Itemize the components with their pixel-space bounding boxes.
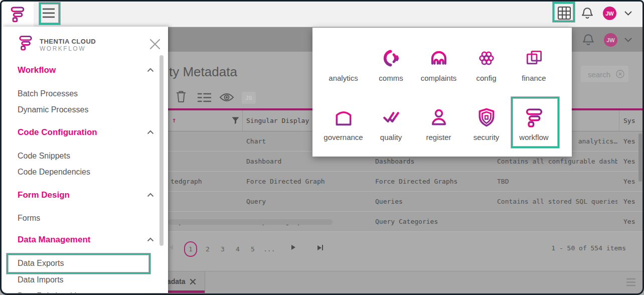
app-tile-workflow[interactable]: workflow xyxy=(510,106,558,141)
page-number[interactable]: 4 xyxy=(233,242,242,256)
section-label: Data Management xyxy=(18,235,90,244)
js-badge-label: JS xyxy=(245,95,252,101)
app-label: governance xyxy=(324,133,363,141)
app-label: finance xyxy=(522,74,546,82)
column-header-sys[interactable]: Sys xyxy=(619,117,635,131)
filter-icon[interactable] xyxy=(232,117,239,124)
app-tile-finance[interactable]: finance xyxy=(510,47,558,82)
notifications-bell-icon[interactable] xyxy=(581,6,594,21)
page-number-current[interactable]: 1 xyxy=(184,241,197,257)
menu-item-code-snippets[interactable]: Code Snippets xyxy=(18,150,168,162)
app-label: register xyxy=(426,133,451,141)
app-tile-register[interactable]: register xyxy=(415,106,462,141)
cell-description: Contains all stored SQL queries … xyxy=(497,198,617,205)
user-avatar[interactable]: JW xyxy=(603,7,616,20)
brand-product: WORKFLOW xyxy=(40,45,86,52)
section-label: Code Configuration xyxy=(18,127,97,137)
previous-page-icon[interactable] xyxy=(170,245,173,250)
bell-icon[interactable] xyxy=(582,33,595,48)
account-chevron-down-icon[interactable] xyxy=(624,11,632,16)
chevron-up-icon xyxy=(147,237,154,242)
register-icon xyxy=(427,106,450,129)
tab-list-menu-icon[interactable] xyxy=(626,278,636,286)
column-header-singular-display[interactable]: Singular Display xyxy=(246,117,309,124)
section-label: Workflow xyxy=(18,65,56,75)
cell-plural: Query Categories xyxy=(375,218,491,225)
cell-sys: Yes xyxy=(623,218,635,225)
cell-singular: Dashboard xyxy=(246,158,369,165)
table-row[interactable]: tedgraph Force Directed Graph Force Dire… xyxy=(168,172,644,192)
sort-ascending-icon[interactable]: ↑ xyxy=(172,116,176,124)
menu-item-batch-processes[interactable]: Batch Processes xyxy=(18,88,168,100)
avatar-initials: JW xyxy=(606,37,615,43)
cell-plural: Force Directed Graphs xyxy=(375,178,491,185)
menu-item-data-relationships[interactable]: Data Relationships xyxy=(18,290,168,293)
last-page-icon[interactable] xyxy=(317,245,323,250)
clear-search-icon[interactable] xyxy=(616,70,624,78)
next-page-icon[interactable] xyxy=(291,245,295,250)
cell-description: Contains all configurable dashbo… xyxy=(497,158,617,165)
page-number[interactable]: 2 xyxy=(203,242,212,256)
cell-description: TBD xyxy=(497,178,617,185)
menu-item-data-exports[interactable]: Data Exports xyxy=(18,257,168,269)
app-tile-complaints[interactable]: complaints xyxy=(415,47,462,82)
app-launcher-grid-icon[interactable] xyxy=(557,6,571,20)
search-box xyxy=(581,66,628,82)
cell-name: tedgraph xyxy=(171,178,241,185)
cell-sys: Yes xyxy=(623,137,635,145)
security-icon xyxy=(475,106,498,129)
app-label: comms xyxy=(379,74,403,82)
cell-sys: Yes xyxy=(623,198,635,205)
workflow-icon xyxy=(523,106,546,129)
column-header-name[interactable]: ↑ xyxy=(168,110,243,131)
navigation-drawer: THENTIA CLOUD WORKFLOW Workflow Batch Pr… xyxy=(2,27,168,293)
menu-item-code-dependencies[interactable]: Code Dependencies xyxy=(18,166,168,178)
page-number[interactable]: 3 xyxy=(218,242,227,256)
hamburger-menu-icon[interactable] xyxy=(42,8,55,19)
app-window: JW ty Metadata xyxy=(0,0,644,295)
section-workflow[interactable]: Workflow xyxy=(18,64,168,77)
cell-sys: Yes xyxy=(623,158,635,165)
page-number[interactable]: 5 xyxy=(248,242,257,256)
tab-close-icon[interactable] xyxy=(190,278,196,285)
comms-icon xyxy=(380,47,403,70)
section-form-design[interactable]: Form Design xyxy=(18,189,168,202)
finance-icon xyxy=(523,47,546,70)
brand-logo xyxy=(17,33,35,52)
page-ellipsis[interactable]: ... xyxy=(263,242,275,256)
menu-item-data-imports[interactable]: Data Imports xyxy=(18,274,168,286)
brand-name: THENTIA CLOUD xyxy=(40,38,96,45)
app-label: analytics xyxy=(329,74,358,82)
app-tile-governance[interactable]: governance xyxy=(319,106,367,141)
column-settings-icon[interactable] xyxy=(197,92,212,103)
delete-icon[interactable] xyxy=(175,90,187,103)
app-launcher-popup: analytics comms complaints config financ… xyxy=(312,28,572,157)
app-tile-comms[interactable]: comms xyxy=(367,47,415,82)
preview-eye-icon[interactable] xyxy=(219,92,234,102)
app-tile-security[interactable]: security xyxy=(462,106,510,141)
close-drawer-icon[interactable] xyxy=(149,38,161,50)
app-tile-analytics[interactable]: analytics xyxy=(319,47,367,82)
drawer-scrollbar[interactable] xyxy=(159,55,164,246)
vertical-scrollbar[interactable] xyxy=(638,133,642,182)
app-tile-quality[interactable]: quality xyxy=(367,106,415,141)
cell-singular: Force Directed Graph xyxy=(246,178,369,185)
cell-plural: Queries xyxy=(375,198,491,205)
chevron-up-icon xyxy=(147,68,154,72)
chevron-down-icon[interactable] xyxy=(624,37,632,43)
js-editor-icon[interactable]: JS xyxy=(242,92,256,104)
cell-singular: Query xyxy=(246,198,369,205)
menu-item-forms[interactable]: Forms xyxy=(18,212,168,224)
pagination: 1 2 3 4 5 ... 1 - 50 of 554 items xyxy=(168,240,644,258)
horizontal-scrollbar[interactable] xyxy=(168,219,333,225)
app-logo[interactable] xyxy=(2,1,34,27)
avatar[interactable]: JW xyxy=(604,33,617,47)
menu-item-dynamic-processes[interactable]: Dynamic Processes xyxy=(18,104,168,116)
app-label: security xyxy=(473,133,500,141)
table-row[interactable]: Query Queries Contains all stored SQL qu… xyxy=(168,192,644,212)
section-code-configuration[interactable]: Code Configuration xyxy=(18,126,168,139)
app-label: quality xyxy=(380,133,402,141)
section-data-management[interactable]: Data Management xyxy=(18,234,168,247)
app-tile-config[interactable]: config xyxy=(462,47,510,82)
search-input[interactable] xyxy=(587,68,617,81)
